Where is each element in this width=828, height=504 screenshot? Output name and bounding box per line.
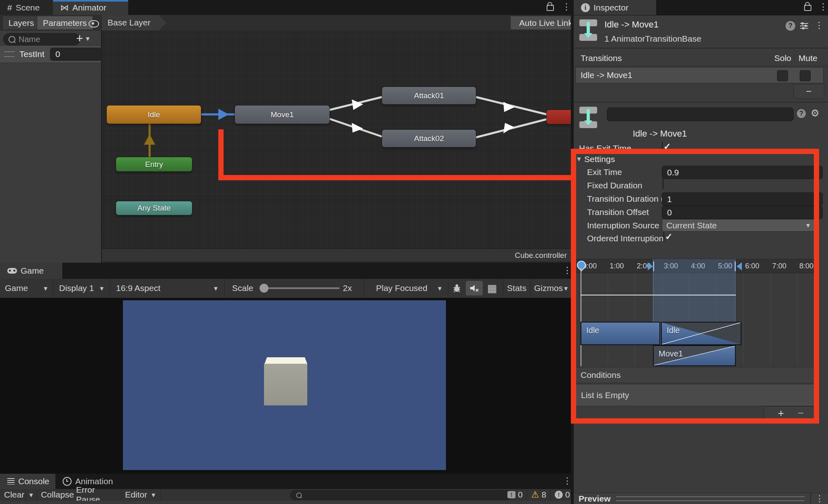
state-node-move1[interactable]: Move1 <box>235 105 330 124</box>
unity-editor-window: # Scene ⋈ Animator ⋮ Layers Parameters B… <box>0 0 828 504</box>
parameters-label: Parameters <box>43 18 87 28</box>
graph-hscrollbar[interactable] <box>102 261 571 263</box>
preview-kebab-icon[interactable]: ⋮ <box>815 494 824 503</box>
state-node-entry[interactable]: Entry <box>116 157 192 171</box>
remove-transition-button[interactable]: − <box>793 84 824 99</box>
clear-button[interactable]: Clear <box>0 489 25 500</box>
game-toolbar: Game ▼ Display 1 ▼ 16:9 Aspect ▼ Scale 2… <box>0 279 574 298</box>
eye-icon[interactable] <box>89 20 99 27</box>
console-search-field[interactable] <box>290 490 512 500</box>
tab-inspector-label: Inspector <box>594 3 628 13</box>
collapse-button[interactable]: Collapse <box>39 489 76 500</box>
scene-grid-icon: # <box>7 3 12 13</box>
mute-checkbox[interactable] <box>800 70 811 81</box>
console-log-row[interactable]: ⚠ [06:05:40] Asset 'Cube': Transition 'M… <box>0 501 574 504</box>
info-count-toggle[interactable]: ! 0 <box>503 489 527 500</box>
layers-label: Layers <box>8 18 34 28</box>
transition-asset-icon <box>579 19 599 43</box>
parameter-value-field[interactable]: 0 <box>50 48 106 61</box>
game-kebab-icon[interactable]: ⋮ <box>563 266 572 275</box>
tab-animator[interactable]: ⋈ Animator <box>53 0 128 15</box>
layers-button[interactable]: Layers <box>2 16 40 30</box>
kebab-menu-icon[interactable]: ⋮ <box>819 2 828 11</box>
gear-icon[interactable]: ⚙ <box>811 108 820 119</box>
parameter-row-testint[interactable]: TestInt 0 <box>0 45 101 63</box>
transition-list-row[interactable]: Idle -> Move1 <box>575 67 824 83</box>
annotation-highlight-box <box>571 149 819 424</box>
tab-inspector[interactable]: i Inspector <box>574 0 656 15</box>
parameters-button[interactable]: Parameters <box>37 16 93 30</box>
mute-audio-button[interactable] <box>466 281 483 295</box>
error-pause-button[interactable]: Error Pause <box>76 489 122 500</box>
tab-game-label: Game <box>21 266 44 276</box>
inspector-tabbar: i Inspector ⋮ <box>574 0 828 15</box>
editor-dropdown[interactable]: Editor ▼ <box>121 489 161 500</box>
console-toolbar: Clear ▼ Collapse Error Pause Editor ▼ ! … <box>0 489 574 501</box>
state-node-idle[interactable]: Idle <box>107 105 201 124</box>
search-icon <box>296 492 302 498</box>
state-node-attack01[interactable]: Attack01 <box>382 87 476 104</box>
state-node-attack02[interactable]: Attack02 <box>382 130 476 147</box>
kebab-menu-icon[interactable]: ⋮ <box>562 2 571 11</box>
transition-arrow-entry-idle[interactable] <box>144 134 155 145</box>
warning-count: 8 <box>541 490 546 500</box>
console-kebab-icon[interactable]: ⋮ <box>563 477 572 485</box>
transition-name-field[interactable] <box>607 108 794 121</box>
console-search-input[interactable] <box>306 491 484 500</box>
mute-header: Mute <box>798 53 817 63</box>
transition-row-label: Idle -> Move1 <box>581 70 632 80</box>
vsync-keyboard-button[interactable]: ▦ <box>484 281 501 295</box>
display-dropdown[interactable]: Display 1 ▼ <box>54 279 110 297</box>
tab-game[interactable]: Game <box>0 263 62 279</box>
add-parameter-button[interactable]: + ▼ <box>76 32 96 45</box>
error-count-toggle[interactable]: ! 0 <box>550 489 574 500</box>
transition-arrow-attack01-exit[interactable] <box>503 102 515 112</box>
warning-icon: ⚠ <box>531 490 539 499</box>
kebab-menu-icon[interactable]: ⋮ <box>815 21 824 30</box>
divider <box>574 48 828 49</box>
clear-label: Clear <box>4 490 24 500</box>
clear-dropdown-button[interactable]: ▼ <box>25 489 37 500</box>
aspect-dropdown[interactable]: 16:9 Aspect ▼ <box>110 279 225 297</box>
annotation-line-horizontal <box>218 175 572 180</box>
scale-slider-knob[interactable] <box>260 284 268 293</box>
game-view-dropdown[interactable]: Game ▼ <box>0 279 54 297</box>
warning-count-toggle[interactable]: ⚠ 8 <box>527 489 550 500</box>
chevron-down-icon: ▼ <box>28 491 34 498</box>
state-node-attack02-label: Attack02 <box>414 134 444 143</box>
transition-arrow-move1-attack02[interactable] <box>352 123 363 133</box>
scale-value: 2x <box>343 283 352 293</box>
parameter-value: 0 <box>55 49 60 59</box>
drag-handle-icon[interactable] <box>4 51 15 57</box>
chevron-down-icon: ▼ <box>99 285 105 292</box>
help-icon[interactable]: ? <box>786 21 795 31</box>
controller-path-label: Cube.controller <box>515 251 567 260</box>
scale-slider-track[interactable] <box>263 287 340 289</box>
lock-icon[interactable] <box>547 5 554 11</box>
gizmos-dropdown[interactable]: Gizmos ▼ <box>530 279 571 297</box>
transition-arrow-move1-attack01[interactable] <box>352 99 363 110</box>
stats-button[interactable]: Stats <box>503 279 530 297</box>
play-focused-dropdown[interactable]: Play Focused ▼ <box>372 279 447 297</box>
transitions-header: Transitions <box>581 53 622 63</box>
chevron-down-icon: ▼ <box>85 35 91 42</box>
parameter-search-field[interactable] <box>3 33 80 45</box>
debug-bug-button[interactable] <box>448 281 465 295</box>
transition-arrow-idle-move1[interactable] <box>218 109 229 120</box>
game-render-view[interactable] <box>123 300 446 470</box>
preview-bar[interactable]: Preview ⋮ <box>574 493 828 504</box>
state-node-exit[interactable] <box>547 110 571 124</box>
cube-front-face <box>264 364 307 405</box>
lock-icon[interactable] <box>804 5 811 11</box>
presets-icon[interactable] <box>799 21 809 31</box>
help-icon[interactable]: ? <box>797 109 806 118</box>
breadcrumb-base-layer[interactable]: Base Layer <box>102 15 172 30</box>
solo-checkbox[interactable] <box>777 70 788 81</box>
parameter-name: TestInt <box>19 49 44 59</box>
divider <box>810 493 811 504</box>
search-input[interactable] <box>19 35 63 44</box>
clock-icon <box>63 477 72 486</box>
preview-drag-handle[interactable] <box>616 496 805 501</box>
stats-label: Stats <box>507 283 526 293</box>
state-node-any-state[interactable]: Any State <box>116 201 192 215</box>
